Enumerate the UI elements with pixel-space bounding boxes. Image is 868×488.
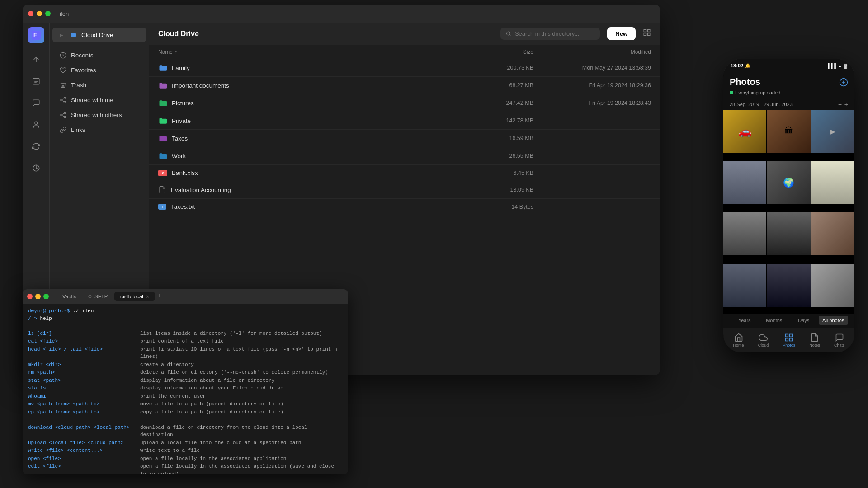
generic-file-icon — [158, 186, 166, 194]
maximize-button[interactable] — [45, 11, 51, 16]
table-row[interactable]: Private 142.78 MB — [149, 112, 660, 130]
phone-bell-icon: 🔔 — [745, 63, 750, 68]
file-name: Bank.xlsx — [172, 169, 198, 176]
shared-with-others-label: Shared with others — [71, 112, 122, 118]
phone-status-icons: ▐▐▐ ▲ ▓ — [826, 63, 847, 68]
close-button[interactable] — [28, 11, 33, 16]
file-size: 13.09 KB — [479, 187, 533, 193]
sidebar-item-trash[interactable]: Trash — [52, 78, 146, 92]
photo-cell[interactable]: 🏛 — [767, 110, 810, 153]
sidebar-item-links[interactable]: Links — [52, 123, 146, 137]
photo-cell[interactable]: 🚗 — [723, 110, 766, 153]
photos-view-tab-years[interactable]: Years — [730, 316, 760, 325]
name-column-label: Name — [158, 49, 173, 55]
photos-view-tab-days[interactable]: Days — [789, 316, 819, 325]
file-modified: Fri Apr 19 2024 18:29:36 — [533, 82, 651, 89]
photo-cell[interactable] — [811, 264, 854, 307]
photo-cell[interactable] — [767, 264, 810, 307]
sidebar-item-shared-with-others[interactable]: Shared with others — [52, 108, 146, 122]
file-size: 16.59 MB — [479, 135, 533, 141]
file-size: 14 Bytes — [479, 204, 533, 210]
photo-cell[interactable] — [723, 264, 766, 307]
terminal-line: download <cloud path> <local path> downl… — [28, 424, 343, 439]
photos-app-title: Photos — [730, 77, 760, 87]
search-box[interactable] — [500, 28, 600, 40]
table-row[interactable]: Pictures 247.42 MB Fri Apr 19 2024 18:28… — [149, 94, 660, 112]
minimize-button[interactable] — [37, 11, 42, 16]
terminal-maximize-button[interactable] — [43, 294, 49, 299]
svg-point-11 — [64, 101, 66, 103]
photos-grid: 🚗 🏛 ▶ 🌍 — [723, 110, 854, 314]
terminal-tab-close-icon[interactable]: ✕ — [146, 294, 150, 299]
phone-tab-chats[interactable]: Chats — [830, 331, 849, 349]
file-size: 6.45 KB — [479, 170, 533, 176]
file-size: 26.55 MB — [479, 153, 533, 159]
photo-cell[interactable] — [811, 212, 854, 255]
photo-cell[interactable]: 🌍 — [767, 161, 810, 204]
favorites-label: Favorites — [71, 67, 96, 74]
new-button[interactable]: New — [607, 27, 636, 40]
trash-label: Trash — [71, 82, 86, 89]
table-row[interactable]: Taxes 16.59 MB — [149, 130, 660, 147]
phone-tab-home[interactable]: Home — [730, 331, 748, 349]
grid-view-icon[interactable] — [643, 28, 651, 39]
svg-point-9 — [64, 97, 66, 99]
photo-cell[interactable] — [767, 212, 810, 255]
terminal-line: write <file> <content...> write text to … — [28, 447, 343, 455]
terminal-line: mkdir <dir> create a directory — [28, 361, 343, 369]
terminal-line: mv <path from> <path to> move a file to … — [28, 400, 343, 408]
new-terminal-tab-button[interactable]: + — [158, 292, 161, 301]
table-row[interactable]: T Taxes.txt 14 Bytes — [149, 199, 660, 215]
chat-sidebar-icon[interactable] — [27, 94, 45, 112]
photo-plus-button[interactable]: + — [844, 101, 848, 108]
folder-icon — [158, 64, 167, 72]
links-label: Links — [71, 127, 85, 133]
drive-sidebar-icon[interactable] — [27, 159, 45, 177]
file-name: Evaluation Accounting — [171, 187, 231, 193]
photo-cell[interactable] — [723, 161, 766, 204]
phone-tab-photos[interactable]: Photos — [779, 331, 799, 349]
modified-column-header[interactable]: Modified — [533, 49, 651, 55]
contacts-sidebar-icon[interactable] — [27, 116, 45, 134]
file-size: 247.42 MB — [479, 100, 533, 106]
recents-icon — [60, 52, 66, 59]
table-row[interactable]: Important documents 68.27 MB Fri Apr 19 … — [149, 77, 660, 94]
search-input[interactable] — [515, 30, 594, 37]
sync-sidebar-icon[interactable] — [27, 137, 45, 155]
notes-tab-icon — [810, 333, 819, 342]
sidebar-item-shared-with-me[interactable]: Shared with me — [52, 93, 146, 107]
photo-cell[interactable]: ▶ — [811, 110, 854, 153]
photos-view-tab-months[interactable]: Months — [760, 316, 789, 325]
photos-more-icon[interactable] — [839, 78, 848, 87]
window-title: Filen — [56, 10, 69, 17]
filen-logo-icon[interactable]: F — [28, 27, 44, 43]
upload-sidebar-icon[interactable] — [27, 51, 45, 69]
favorites-icon — [60, 67, 66, 74]
notes-sidebar-icon[interactable] — [27, 72, 45, 90]
table-row[interactable]: Work 26.55 MB — [149, 147, 660, 165]
photos-view-tab-all[interactable]: All photos — [819, 316, 849, 325]
folder-icon — [158, 81, 167, 89]
terminal-tab-vaults[interactable]: Vaults — [57, 292, 82, 301]
size-column-header[interactable]: Size — [479, 49, 533, 55]
phone-tab-notes[interactable]: Notes — [806, 331, 824, 349]
sidebar-item-cloud-drive[interactable]: ▶ Cloud Drive — [52, 28, 146, 42]
terminal-minimize-button[interactable] — [35, 294, 41, 299]
sidebar-item-favorites[interactable]: Favorites — [52, 63, 146, 77]
name-column-header[interactable]: Name ↑ — [158, 49, 479, 55]
terminal-tab-sftp[interactable]: ⬡ SFTP — [83, 292, 113, 301]
table-row[interactable]: Evaluation Accounting 13.09 KB — [149, 181, 660, 199]
photo-cell[interactable] — [811, 161, 854, 204]
terminal-tab-rpi4b[interactable]: rpi4b.local ✕ — [114, 292, 155, 301]
table-row[interactable]: Family 200.73 KB Mon May 27 2024 13:58:3… — [149, 59, 660, 77]
table-row[interactable]: X Bank.xlsx 6.45 KB — [149, 165, 660, 181]
size-column-label: Size — [523, 49, 533, 55]
phone-tab-cloud[interactable]: Cloud — [755, 331, 773, 349]
terminal-close-button[interactable] — [27, 294, 33, 299]
terminal-body[interactable]: dwynr@rpi4b:~$ ./filen / > help ls [dir]… — [23, 304, 348, 474]
sort-indicator: ↑ — [175, 49, 177, 55]
photo-minus-button[interactable]: − — [838, 101, 842, 108]
photo-cell[interactable] — [723, 212, 766, 255]
sidebar-item-recents[interactable]: Recents — [52, 48, 146, 62]
years-tab-label: Years — [738, 318, 751, 323]
